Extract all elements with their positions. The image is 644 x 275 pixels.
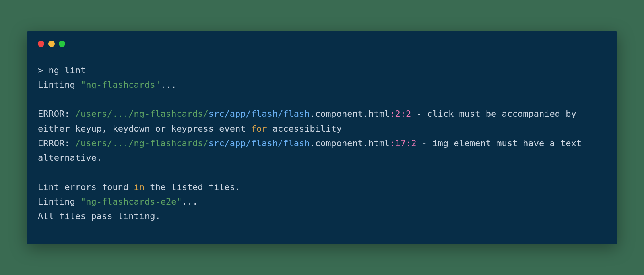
keyword-in: in xyxy=(134,182,144,192)
zoom-icon[interactable] xyxy=(59,41,65,47)
prompt-line: > ng lint xyxy=(38,65,86,75)
linting-text: Linting xyxy=(38,80,80,90)
error-message: accessibility xyxy=(267,124,342,134)
summary-text: the listed files. xyxy=(144,182,240,192)
keyword-for: for xyxy=(251,124,267,134)
error-label: ERROR: xyxy=(38,109,75,119)
error-path: .component.html xyxy=(310,109,390,119)
error-path: /users/.../ng-flashcards/ xyxy=(75,138,208,148)
error-location: :2:2 xyxy=(390,109,411,119)
summary-text: Lint errors found xyxy=(38,182,134,192)
error-path: /users/.../ng-flashcards/ xyxy=(75,109,208,119)
close-icon[interactable] xyxy=(38,41,44,47)
error-path: .component.html xyxy=(310,138,390,148)
error-label: ERROR: xyxy=(38,138,75,148)
pass-message: All files pass linting. xyxy=(38,211,161,221)
error-path: src/app/flash/flash xyxy=(208,109,310,119)
project-name: "ng-flashcards-e2e" xyxy=(80,196,182,207)
linting-suffix: ... xyxy=(182,196,198,207)
terminal-window: > ng lint Linting "ng-flashcards"... ERR… xyxy=(27,31,617,244)
project-name: "ng-flashcards" xyxy=(80,80,161,90)
linting-text: Linting xyxy=(38,196,80,207)
linting-suffix: ... xyxy=(161,80,177,90)
error-sep: - xyxy=(416,138,432,148)
error-path: src/app/flash/flash xyxy=(208,138,310,148)
minimize-icon[interactable] xyxy=(48,41,55,47)
window-titlebar xyxy=(38,41,606,47)
error-sep: - xyxy=(411,109,427,119)
error-location: :17:2 xyxy=(390,138,416,148)
terminal-output: > ng lint Linting "ng-flashcards"... ERR… xyxy=(38,63,606,224)
